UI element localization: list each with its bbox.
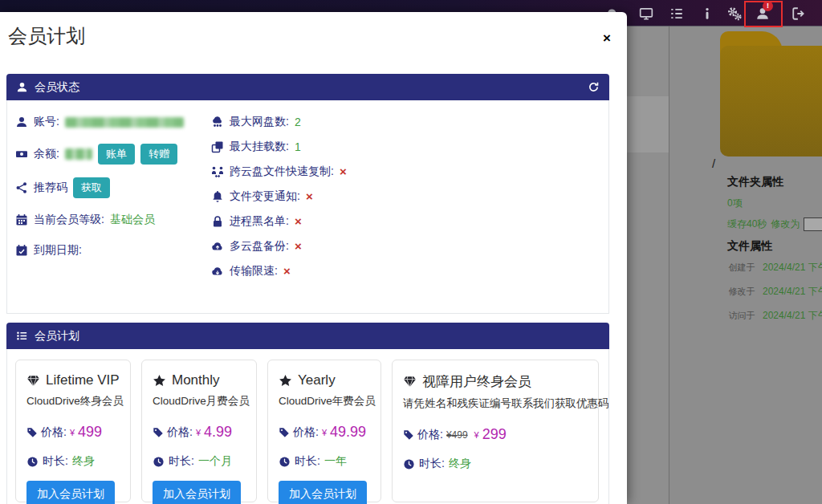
balance-label: 余额: — [34, 147, 59, 161]
refresh-icon[interactable] — [588, 81, 600, 93]
max-clouds-value: 2 — [295, 116, 301, 128]
price-label: 价格: — [167, 425, 193, 440]
file-change-notify-label: 文件变更通知: — [230, 189, 300, 204]
duration-label: 时长: — [419, 457, 445, 471]
items-count: 0项 — [727, 197, 822, 210]
clock-icon — [403, 458, 415, 470]
bill-button[interactable]: 账单 — [98, 144, 135, 165]
cloud-upload-icon — [211, 240, 224, 253]
process-blacklist-row: 进程黑名单: × — [211, 213, 599, 230]
accessed-row: 访问于 2024/4/21 下午2:37:14 — [727, 309, 822, 323]
calendar-check-icon — [15, 244, 28, 257]
multi-cloud-backup-row: 多云盘备份: × — [211, 238, 599, 254]
max-mounts-row: 最大挂载数: 1 — [211, 138, 599, 155]
member-status-title: 会员状态 — [35, 80, 79, 95]
created-value: 2024/4/21 下午2:37:14 — [763, 261, 822, 274]
transfer-button[interactable]: 转赠 — [140, 144, 177, 165]
referral-row: 推荐码 获取 — [15, 177, 206, 198]
list-icon — [16, 330, 28, 342]
gem-icon — [26, 374, 40, 388]
sign-out-icon[interactable] — [791, 6, 806, 21]
price-label: 价格: — [293, 425, 319, 440]
duration-value: 一个月 — [198, 454, 232, 469]
folder-preview-icon — [720, 31, 822, 156]
user-icon — [15, 116, 28, 128]
balance-row: 余额: 账单 转赠 — [15, 144, 206, 165]
plan-desc: 请凭姓名和残疾证编号联系我们获取优惠码 — [403, 396, 588, 411]
cross-cloud-copy-row: 跨云盘文件快速复制: × — [211, 163, 599, 180]
process-blacklist-value: × — [295, 214, 302, 228]
member-status-header: 会员状态 — [6, 74, 609, 100]
referral-label: 推荐码 — [34, 181, 67, 195]
file-list-row-highlight — [627, 96, 669, 152]
plan-name: Yearly — [298, 372, 336, 388]
file-props-title: 文件属性 — [727, 239, 822, 254]
user-icon — [16, 81, 28, 93]
membership-plans-section: 会员计划 Lifetime VIP CloudDrive终身会员 价格:¥499… — [6, 323, 609, 504]
speed-limit-value: × — [283, 264, 291, 278]
calendar-icon — [15, 213, 28, 226]
max-mounts-value: 1 — [295, 140, 301, 153]
tag-icon — [26, 427, 38, 438]
join-plan-button[interactable]: 加入会员计划 — [26, 481, 115, 504]
money-icon — [15, 148, 28, 161]
price-value: 299 — [482, 426, 507, 443]
page-backdrop: / 文件夹属性 0项 缓存40秒 修改为 秒 文件属性 创建于 2024/4/2… — [627, 26, 822, 504]
member-status-section: 会员状态 账号: 余额: 账单 转赠 — [6, 74, 609, 314]
join-plan-button[interactable]: 加入会员计划 — [279, 481, 367, 504]
max-clouds-row: 最大网盘数: 2 — [211, 113, 599, 130]
people-arrows-icon — [211, 165, 224, 178]
annotation-highlight-box — [744, 1, 783, 27]
cache-seconds-input[interactable] — [804, 217, 822, 231]
account-value-blurred — [65, 117, 184, 128]
close-icon[interactable]: × — [603, 31, 611, 45]
modified-value: 2024/4/21 下午2:37:14 — [763, 285, 822, 299]
member-level-value: 基础会员 — [110, 213, 155, 227]
old-price-value: ¥499 — [446, 429, 468, 441]
account-row: 账号: — [15, 113, 206, 131]
cloud-arrow-icon — [211, 265, 224, 278]
monitor-icon[interactable] — [639, 6, 653, 21]
plan-card-yearly: Yearly CloudDrive年费会员 价格:¥49.99 时长: 一年 加… — [267, 360, 381, 502]
speed-limit-row: 传输限速: × — [211, 262, 599, 279]
membership-plans-header: 会员计划 — [6, 323, 609, 349]
plan-name: 视障用户终身会员 — [422, 372, 531, 391]
modal-title: 会员计划 — [8, 23, 85, 49]
accessed-label: 访问于 — [727, 311, 756, 322]
plan-card-accessible-lifetime: 视障用户终身会员 请凭姓名和残疾证编号联系我们获取优惠码 价格:¥499¥299… — [392, 360, 599, 502]
clock-icon — [279, 456, 291, 468]
expiry-label: 到期日期: — [34, 243, 82, 258]
modified-label: 修改于 — [727, 287, 756, 298]
max-mounts-label: 最大挂载数: — [230, 140, 289, 154]
plan-card-lifetime: Lifetime VIP CloudDrive终身会员 价格:¥499 时长: … — [15, 360, 131, 502]
properties-sidebar: / 文件夹属性 0项 缓存40秒 修改为 秒 文件属性 创建于 2024/4/2… — [669, 26, 822, 504]
modify-to-text: 修改为 — [771, 217, 800, 231]
list-check-icon[interactable] — [669, 6, 684, 21]
lock-icon — [211, 215, 224, 228]
multi-cloud-backup-value: × — [295, 239, 302, 253]
join-plan-button[interactable]: 加入会员计划 — [153, 481, 241, 504]
speed-limit-label: 传输限速: — [230, 264, 278, 278]
tag-icon — [403, 429, 414, 441]
cache-duration-text: 缓存40秒 — [727, 217, 767, 231]
member-level-label: 当前会员等级: — [34, 213, 104, 227]
price-value: 499 — [78, 424, 102, 441]
created-row: 创建于 2024/4/21 下午2:37:14 — [727, 261, 822, 274]
get-referral-button[interactable]: 获取 — [73, 177, 110, 198]
cross-cloud-copy-value: × — [340, 165, 347, 178]
gears-icon[interactable] — [727, 6, 742, 21]
plan-desc: CloudDrive终身会员 — [26, 394, 120, 408]
info-icon[interactable] — [700, 6, 714, 21]
clone-icon — [211, 140, 224, 153]
price-label: 价格: — [417, 428, 443, 442]
process-blacklist-label: 进程黑名单: — [230, 214, 289, 229]
plan-card-monthly: Monthly CloudDrive月费会员 价格:¥4.99 时长: 一个月 … — [141, 360, 257, 502]
expiry-row: 到期日期: — [15, 242, 206, 259]
balance-value-blurred — [65, 148, 92, 160]
currency: ¥ — [474, 430, 479, 440]
account-label: 账号: — [34, 115, 59, 129]
price-value: 49.99 — [330, 424, 366, 441]
plan-desc: CloudDrive年费会员 — [279, 394, 370, 408]
currency: ¥ — [70, 428, 75, 437]
accessed-value: 2024/4/21 下午2:37:14 — [763, 309, 822, 323]
